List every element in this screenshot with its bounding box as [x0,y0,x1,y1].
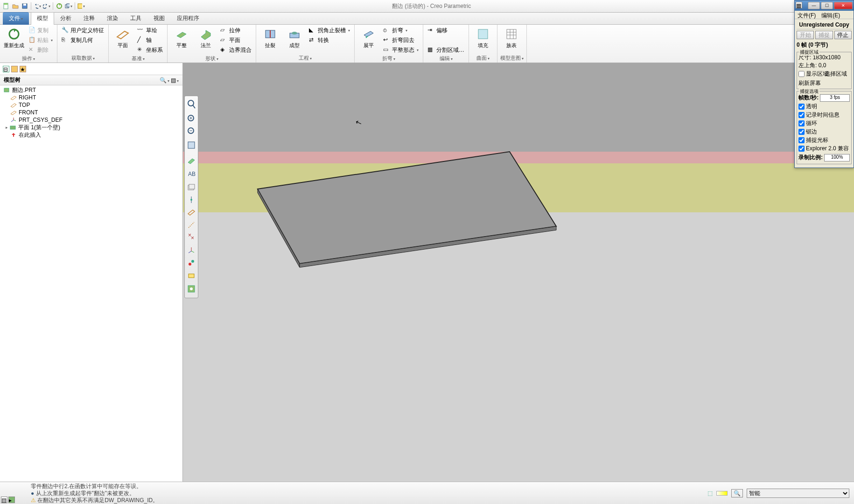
model-geometry[interactable] [248,142,566,273]
flatform-button[interactable]: ▭平整形态 [382,45,420,55]
find-icon[interactable]: ⬚ [707,490,713,497]
zoom-in-icon[interactable] [186,113,197,124]
save-icon[interactable] [21,2,29,10]
search-status-icon[interactable]: 🔍 [731,489,743,497]
tree-filter-icon[interactable]: 🔍 [160,77,169,84]
capture-panel[interactable]: ▦ — ☐ ✕ 文件(F) 编辑(E) Unregistered Copy 开始… [794,0,854,168]
corner-button[interactable]: ◣拐角止裂槽 [308,26,351,35]
close-button[interactable]: ✕ [834,2,853,9]
loop-check[interactable]: 循环 [798,119,850,127]
viewport-3d[interactable]: ↖ AB ×× [183,63,854,482]
zoom-out-icon[interactable] [186,126,197,137]
axis-button[interactable]: ╱轴 [136,35,164,45]
copy-button[interactable]: 📄复制 [27,26,54,35]
menu-edit[interactable]: 编辑(E) [819,11,843,19]
tab-analysis[interactable]: 分析 [54,12,77,25]
sketch-button[interactable]: 〰草绘 [136,26,164,35]
offset-button[interactable]: ⇥偏移 [426,26,466,35]
form-button[interactable]: 成型 [283,26,306,48]
convert-button[interactable]: ⇄转换 [308,35,351,45]
udf-button[interactable]: 🔧用户定义特征 [60,26,105,35]
named-view-icon[interactable] [186,270,197,281]
regen-icon[interactable] [55,2,63,10]
fill-button[interactable]: 填充 [472,26,494,48]
view-manager-icon[interactable] [186,282,197,296]
new-icon[interactable] [2,2,10,10]
regenerate-button[interactable]: 重新生成 [3,26,25,48]
layers-icon[interactable] [186,182,197,193]
capture-button[interactable]: 捕捉 [815,31,833,39]
datum-point-icon[interactable]: ×× [186,232,197,243]
open-icon[interactable] [11,2,20,10]
tab-tools[interactable]: 工具 [124,12,147,25]
rip-button[interactable]: 扯裂 [259,26,281,48]
csys-button[interactable]: ✳坐标系 [136,45,164,55]
split-button[interactable]: ▦分割区域… [426,45,466,55]
favorite-icon[interactable]: ★ [20,66,26,72]
paste-button[interactable]: 📋粘贴 [27,35,54,45]
datum-plane-icon[interactable] [186,207,197,218]
family-button[interactable]: 族表 [500,26,523,48]
transparent-check[interactable]: 透明 [798,103,850,111]
browser-toggle-icon[interactable]: ▸ [8,497,15,503]
minimize-button[interactable]: — [808,2,820,9]
tab-annotate[interactable]: 注释 [77,12,101,25]
group-datum[interactable]: 基准 [112,55,164,63]
expand-icon[interactable]: ▸ [6,125,8,130]
group-engineering[interactable]: 工程 [259,54,351,63]
folder-icon[interactable] [11,66,18,72]
orient-icon[interactable] [186,257,197,268]
explorer-check[interactable]: Explorer 2.0 兼容 [798,145,850,153]
annotation-icon[interactable]: AB [186,169,197,180]
shade-icon[interactable] [186,154,197,168]
msg-toggle-icon[interactable]: ▤ [1,497,7,503]
windows-icon[interactable] [64,2,73,10]
flat-button[interactable]: 平整 [170,26,193,48]
undo-icon[interactable] [33,2,42,10]
group-operate[interactable]: 操作 [3,55,54,63]
blend-button[interactable]: ◈边界混合 [219,45,253,55]
close-window-icon[interactable] [77,2,85,10]
select-region-button[interactable]: 选择区域 [825,70,850,78]
group-shape[interactable]: 形状 [170,55,253,63]
cursor-check[interactable]: 捕捉光标 [798,136,850,144]
start-button[interactable]: 开始 [797,31,814,39]
menu-file[interactable]: 文件(F) [795,11,819,19]
model-tree[interactable]: 翻边.PRT RIGHT TOP FRONT PRT_CSYS_DEF ▸平面 … [0,85,182,482]
group-getdata[interactable]: 获取数据 [60,54,105,63]
repaint-icon[interactable] [186,138,197,152]
tab-apps[interactable]: 应用程序 [171,12,205,25]
ratio-select[interactable]: 100% [824,154,850,161]
tab-file[interactable]: 文件 [3,12,29,25]
tab-model[interactable]: 模型 [31,12,54,25]
tab-render[interactable]: 渲染 [101,12,124,25]
group-bending[interactable]: 折弯 [357,55,420,63]
dither-check[interactable]: 锯边 [798,128,850,136]
timeinfo-check[interactable]: 记录时间信息 [798,111,850,119]
color-slider[interactable] [716,491,728,496]
tree-settings-icon[interactable]: ▤ [171,77,179,84]
selection-filter[interactable]: 智能 [747,489,849,498]
group-surface[interactable]: 曲面 [472,54,494,63]
group-edit[interactable]: 编辑 [426,55,466,63]
fps-select[interactable]: 3 fps [820,94,850,102]
group-intent[interactable]: 模型意图 [500,54,524,63]
spin-center-icon[interactable] [186,194,197,205]
planar-button[interactable]: ▱平面 [219,35,253,45]
panel-titlebar[interactable]: ▦ — ☐ ✕ [795,0,854,11]
maximize-button[interactable]: ☐ [821,2,833,9]
bendback-button[interactable]: ↩折弯回去 [382,35,420,45]
copygeo-button[interactable]: ⎘复制几何 [60,35,105,45]
plane-button[interactable]: 平面 [112,26,134,48]
tree-icon[interactable]: ⊟ [3,66,9,72]
extrude-button[interactable]: ▱拉伸 [219,26,253,35]
redo-icon[interactable] [42,2,51,10]
refresh-button[interactable]: 刷新屏幕 [798,79,824,87]
datum-csys-icon[interactable] [186,245,197,256]
datum-axis-icon[interactable] [186,219,197,231]
stop-button[interactable]: 停止 [834,31,852,39]
unbend-button[interactable]: 展平 [357,26,380,48]
tab-view[interactable]: 视图 [147,12,171,25]
zoom-fit-icon[interactable] [186,98,197,112]
delete-button[interactable]: ✕删除 [27,45,54,55]
